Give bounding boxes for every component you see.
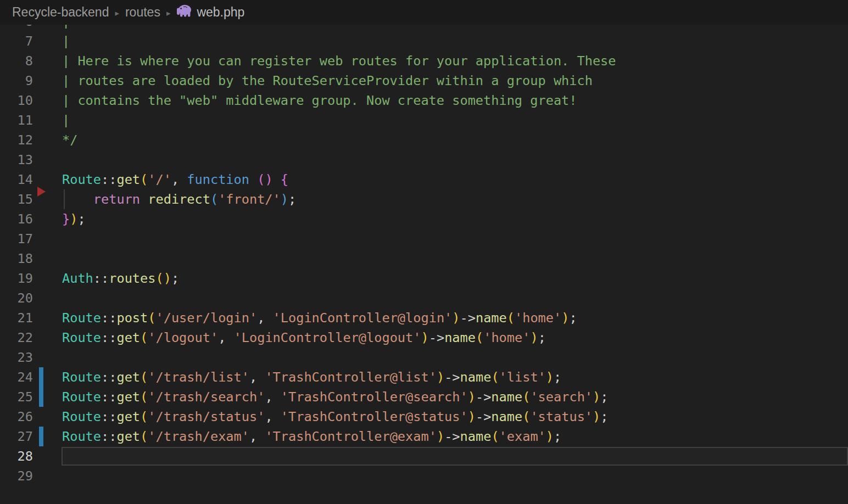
line-number[interactable]: 8	[0, 51, 33, 71]
code-line[interactable]: 19Auth::routes();	[0, 268, 848, 288]
code-line[interactable]: 17	[0, 229, 848, 249]
line-number[interactable]: 12	[0, 130, 33, 150]
code-line[interactable]: 22Route::get('/logout', 'LoginController…	[0, 328, 848, 348]
code-line[interactable]: 28	[0, 446, 848, 466]
code-line[interactable]: 27Route::get('/trash/exam', 'TrashContro…	[0, 427, 848, 446]
line-number[interactable]: 9	[0, 71, 33, 91]
breadcrumb-item-project[interactable]: Recycle-backend	[12, 5, 109, 20]
line-number[interactable]: 22	[0, 328, 33, 348]
code-line-text: | contains the "web" middleware group. N…	[62, 91, 577, 110]
line-number[interactable]: 14	[0, 170, 33, 189]
code-line-text: | Here is where you can register web rou…	[62, 51, 616, 71]
line-number[interactable]: 16	[0, 209, 33, 229]
line-number[interactable]: 15	[0, 189, 33, 209]
code-line[interactable]: 10| contains the "web" middleware group.…	[0, 91, 848, 110]
line-number[interactable]: 25	[0, 387, 33, 407]
code-line-text: Auth::routes();	[62, 268, 179, 288]
code-line-text: Route::get('/trash/search', 'TrashContro…	[62, 387, 608, 407]
line-number[interactable]: 23	[0, 348, 33, 367]
code-line-text: Route::get('/trash/list', 'TrashControll…	[62, 367, 561, 387]
code-line[interactable]: 24Route::get('/trash/list', 'TrashContro…	[0, 367, 848, 387]
code-line[interactable]: 16});	[0, 209, 848, 229]
line-number[interactable]: 28	[0, 446, 33, 466]
code-line-text: Route::get('/logout', 'LoginController@l…	[62, 328, 546, 348]
chevron-right-icon: ▸	[115, 9, 119, 17]
code-line-text: |	[62, 110, 70, 130]
line-number[interactable]: 21	[0, 308, 33, 328]
breadcrumb-item-folder[interactable]: routes	[125, 5, 160, 20]
line-number[interactable]: 26	[0, 407, 33, 427]
code-line-text: |	[62, 31, 70, 51]
code-line[interactable]: 7|	[0, 31, 848, 51]
code-line-text: });	[62, 209, 86, 229]
vscode-editor-window: { "breadcrumb": { "items": ["Recycle-bac…	[0, 0, 848, 504]
code-line[interactable]: 26Route::get('/trash/status', 'TrashCont…	[0, 407, 848, 427]
line-number[interactable]: 29	[0, 466, 33, 486]
breadcrumb-item-file[interactable]: web.php	[197, 5, 244, 20]
code-line[interactable]: 11|	[0, 110, 848, 130]
code-line[interactable]: 21Route::post('/user/login', 'LoginContr…	[0, 308, 848, 328]
code-line-text: Route::get('/trash/exam', 'TrashControll…	[62, 427, 561, 446]
line-number[interactable]: 19	[0, 268, 33, 288]
code-line[interactable]: 8| Here is where you can register web ro…	[0, 51, 848, 71]
code-line-text: Route::get('/', function () {	[62, 170, 288, 189]
line-number[interactable]: 7	[0, 31, 33, 51]
code-line[interactable]: 23	[0, 348, 848, 367]
php-elephant-icon	[176, 4, 192, 21]
code-line[interactable]: 15 return redirect('front/');	[0, 189, 848, 209]
code-line[interactable]: 25Route::get('/trash/search', 'TrashCont…	[0, 387, 848, 407]
code-line[interactable]: 20	[0, 288, 848, 308]
code-line[interactable]: 12*/	[0, 130, 848, 150]
line-number[interactable]: 11	[0, 110, 33, 130]
code-editor[interactable]: 6|--------------------------------------…	[0, 0, 848, 504]
breadcrumb: Recycle-backend ▸ routes ▸ web.php	[0, 0, 848, 25]
chevron-right-icon: ▸	[166, 9, 171, 17]
code-line[interactable]: 29	[0, 466, 848, 486]
code-line[interactable]: 14Route::get('/', function () {	[0, 170, 848, 189]
line-number[interactable]: 20	[0, 288, 33, 308]
code-line[interactable]: 13	[0, 150, 848, 170]
code-line-text: | routes are loaded by the RouteServiceP…	[62, 71, 593, 91]
code-line-text: return redirect('front/');	[62, 189, 296, 209]
line-number[interactable]: 17	[0, 229, 33, 249]
code-line-text: Route::post('/user/login', 'LoginControl…	[62, 308, 577, 328]
code-line-text: Route::get('/trash/status', 'TrashContro…	[62, 407, 608, 427]
line-number[interactable]: 27	[0, 427, 33, 446]
line-number[interactable]: 13	[0, 150, 33, 170]
code-line[interactable]: 18	[0, 249, 848, 268]
code-line[interactable]: 9| routes are loaded by the RouteService…	[0, 71, 848, 91]
code-line-text: */	[62, 130, 77, 150]
line-number[interactable]: 10	[0, 91, 33, 110]
line-number[interactable]: 18	[0, 249, 33, 268]
line-number[interactable]: 24	[0, 367, 33, 387]
